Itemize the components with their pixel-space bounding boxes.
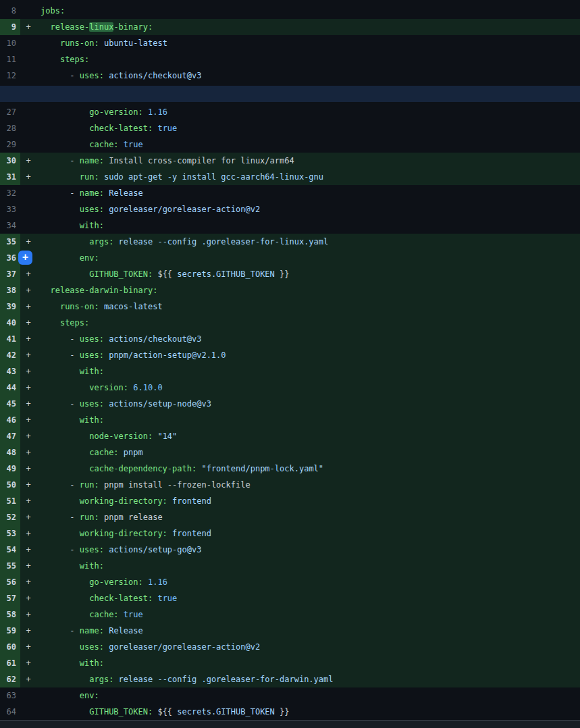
line-number[interactable]: 36 <box>0 250 20 266</box>
line-number[interactable]: 11 <box>0 51 20 68</box>
line-number[interactable]: 8 <box>0 3 20 19</box>
diff-line: 8jobs: <box>0 3 580 19</box>
code-text: - run: pnpm install --frozen-lockfile <box>36 477 580 493</box>
expand-hunk-row[interactable] <box>0 84 580 104</box>
line-number[interactable]: 50 <box>0 477 20 493</box>
line-number[interactable]: 64 <box>0 704 20 720</box>
diff-line: 43+ with: <box>0 363 580 380</box>
code-text: check-latest: true <box>36 120 580 136</box>
code-text: uses: goreleaser/goreleaser-action@v2 <box>36 201 580 217</box>
line-number[interactable]: 55 <box>0 558 20 574</box>
line-number[interactable]: 9 <box>0 19 20 35</box>
diff-line: 57+ check-latest: true <box>0 590 580 606</box>
line-number[interactable]: 38 <box>0 282 20 298</box>
addition-marker: + <box>20 315 36 331</box>
line-number[interactable]: 47 <box>0 428 20 444</box>
diff-line: 10 runs-on: ubuntu-latest <box>0 35 580 51</box>
context-marker <box>20 104 36 120</box>
diff-line: 12 - uses: actions/checkout@v3 <box>0 68 580 84</box>
addition-marker: + <box>20 282 36 298</box>
line-number[interactable]: 35 <box>0 234 20 250</box>
code-text: - name: Install cross-compiler for linux… <box>36 153 580 169</box>
line-number[interactable]: 60 <box>0 639 20 655</box>
line-number[interactable]: 39 <box>0 298 20 315</box>
code-text: cache: pnpm <box>36 444 580 461</box>
diff-line: 46+ with: <box>0 412 580 428</box>
diff-line: 33 uses: goreleaser/goreleaser-action@v2 <box>0 201 580 217</box>
addition-marker: + <box>20 428 36 444</box>
line-number[interactable]: 63 <box>0 687 20 704</box>
diff-rows: 8jobs:9+ release-linux-binary:10 runs-on… <box>0 3 580 720</box>
context-marker <box>20 185 36 201</box>
line-number[interactable]: 40 <box>0 315 20 331</box>
diff-line: 9+ release-linux-binary: <box>0 19 580 35</box>
line-number[interactable]: 59 <box>0 623 20 639</box>
addition-marker: + <box>20 412 36 428</box>
code-text: with: <box>36 412 580 428</box>
line-number[interactable]: 48 <box>0 444 20 461</box>
code-text: jobs: <box>36 3 580 19</box>
line-number[interactable]: 57 <box>0 590 20 606</box>
diff-line: 32 - name: Release <box>0 185 580 201</box>
line-number[interactable]: 29 <box>0 136 20 153</box>
code-text: runs-on: ubuntu-latest <box>36 35 580 51</box>
code-text: env: <box>36 250 580 266</box>
line-number[interactable]: 52 <box>0 509 20 525</box>
code-text: working-directory: frontend <box>36 493 580 509</box>
addition-marker: + <box>20 380 36 396</box>
line-number[interactable]: 31 <box>0 169 20 185</box>
diff-line: 44+ version: 6.10.0 <box>0 380 580 396</box>
addition-marker: + <box>20 444 36 461</box>
add-comment-button[interactable]: + <box>18 251 32 265</box>
code-text: cache-dependency-path: "frontend/pnpm-lo… <box>36 461 580 477</box>
diff-line: 52+ - run: pnpm release <box>0 509 580 525</box>
line-number[interactable]: 45 <box>0 396 20 412</box>
line-number[interactable]: 42 <box>0 347 20 363</box>
line-number[interactable]: 32 <box>0 185 20 201</box>
line-number[interactable]: 34 <box>0 217 20 234</box>
context-marker <box>20 704 36 720</box>
diff-line: 59+ - name: Release <box>0 623 580 639</box>
diff-line: 39+ runs-on: macos-latest <box>0 298 580 315</box>
addition-marker: + <box>20 493 36 509</box>
code-text: node-version: "14" <box>36 428 580 444</box>
addition-marker: + <box>20 461 36 477</box>
line-number[interactable]: 56 <box>0 574 20 590</box>
line-number[interactable]: 49 <box>0 461 20 477</box>
line-number[interactable]: 10 <box>0 35 20 51</box>
diff-line: 54+ - uses: actions/setup-go@v3 <box>0 542 580 558</box>
line-number[interactable]: 43 <box>0 363 20 380</box>
line-number[interactable]: 37 <box>0 266 20 282</box>
line-number[interactable]: 28 <box>0 120 20 136</box>
line-number[interactable]: 33 <box>0 201 20 217</box>
diff-line: 63 env: <box>0 687 580 704</box>
line-number[interactable]: 41 <box>0 331 20 347</box>
line-number[interactable]: 58 <box>0 606 20 623</box>
line-number[interactable]: 53 <box>0 525 20 542</box>
line-number[interactable]: 51 <box>0 493 20 509</box>
line-number[interactable]: 61 <box>0 655 20 671</box>
diff-line: 47+ node-version: "14" <box>0 428 580 444</box>
line-number[interactable]: 62 <box>0 671 20 687</box>
context-marker <box>20 51 36 68</box>
code-text: with: <box>36 558 580 574</box>
addition-marker: + <box>20 331 36 347</box>
diff-line: 38+ release-darwin-binary: <box>0 282 580 298</box>
line-number[interactable]: 12 <box>0 68 20 84</box>
line-number[interactable]: 46 <box>0 412 20 428</box>
line-number[interactable]: 27 <box>0 104 20 120</box>
line-number[interactable]: 30 <box>0 153 20 169</box>
code-text: uses: goreleaser/goreleaser-action@v2 <box>36 639 580 655</box>
diff-line: 53+ working-directory: frontend <box>0 525 580 542</box>
line-number[interactable]: 54 <box>0 542 20 558</box>
line-number[interactable]: 44 <box>0 380 20 396</box>
diff-view: 8jobs:9+ release-linux-binary:10 runs-on… <box>0 0 580 728</box>
diff-footer-divider <box>0 720 580 728</box>
diff-line: 42+ - uses: pnpm/action-setup@v2.1.0 <box>0 347 580 363</box>
diff-line: 64 GITHUB_TOKEN: ${{ secrets.GITHUB_TOKE… <box>0 704 580 720</box>
code-text: env: <box>36 687 580 704</box>
code-text: check-latest: true <box>36 590 580 606</box>
diff-line: 50+ - run: pnpm install --frozen-lockfil… <box>0 477 580 493</box>
diff-line: 55+ with: <box>0 558 580 574</box>
addition-marker: + <box>20 347 36 363</box>
